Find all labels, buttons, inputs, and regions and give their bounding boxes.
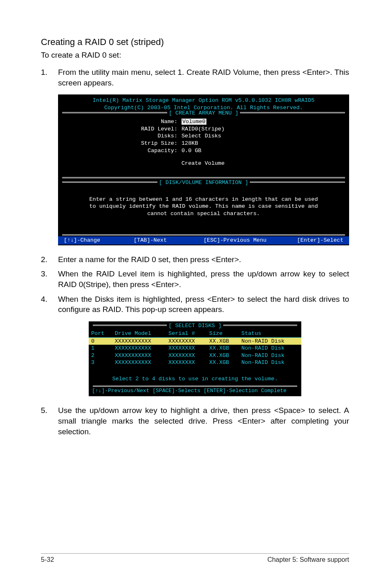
step-5: 5. Use the up/down arrow key to highligh… — [41, 405, 349, 437]
cell-size: XX.XGB — [207, 345, 239, 352]
cell-status: Non-RAID Disk — [239, 352, 301, 359]
cell-size: XX.XGB — [207, 337, 239, 345]
step-text: When the Disks item is highlighted, pres… — [58, 294, 349, 315]
table-header-row: Port Drive Model Serial # Size Status — [89, 330, 301, 337]
table-row[interactable]: 3XXXXXXXXXXXXXXXXXXXXX.XGBNon-RAID Disk — [89, 359, 301, 366]
step-text: Enter a name for the RAID 0 set, then pr… — [58, 254, 349, 265]
create-volume-label: Create Volume — [182, 160, 349, 167]
capacity-value: 0.0 GB — [182, 147, 349, 155]
disks-label: Disks: — [58, 132, 182, 140]
page-number: 5-32 — [41, 556, 54, 563]
cell-status: Non-RAID Disk — [239, 337, 301, 345]
step-text: When the RAID Level item is highlighted,… — [58, 269, 349, 290]
footer-change: [↑↓]-Change — [64, 237, 134, 244]
step-3: 3. When the RAID Level item is highlight… — [41, 269, 349, 290]
table-row[interactable]: 0XXXXXXXXXXXXXXXXXXXXX.XGBNon-RAID Disk — [89, 337, 301, 345]
cell-serial: XXXXXXXX — [166, 359, 207, 366]
section-rule-end — [93, 386, 297, 387]
col-serial: Serial # — [166, 330, 207, 337]
step-text: Use the up/down arrow key to highlight a… — [58, 405, 349, 437]
step-text: From the utility main menu, select 1. Cr… — [58, 67, 349, 88]
cell-model: XXXXXXXXXXX — [112, 345, 166, 352]
cell-serial: XXXXXXXX — [166, 337, 207, 345]
step-number: 2. — [41, 254, 58, 265]
cell-serial: XXXXXXXX — [166, 345, 207, 352]
field-capacity[interactable]: Capacity: 0.0 GB — [58, 147, 349, 155]
step-number: 5. — [41, 405, 58, 437]
cell-port: 3 — [89, 359, 112, 366]
step-number: 1. — [41, 67, 58, 88]
raid-level-label: RAID Level: — [58, 126, 182, 133]
bios-title-line1: Intel(R) Matrix Storage Manager Option R… — [58, 97, 349, 104]
cell-port: 0 — [89, 337, 112, 345]
cell-model: XXXXXXXXXXX — [112, 352, 166, 359]
cell-model: XXXXXXXXXXX — [112, 359, 166, 366]
disks-table: Port Drive Model Serial # Size Status 0X… — [89, 330, 301, 366]
create-array-menu-label: [ CREATE ARRAY MENU ] — [167, 110, 240, 116]
footer-prev-menu: [ESC]-Previous Menu — [204, 237, 273, 244]
hint-line-2: to uniquely identify the RAID volume. Th… — [58, 203, 349, 210]
section-subheading: To create a RAID 0 set: — [41, 51, 349, 60]
capacity-label: Capacity: — [58, 147, 182, 155]
select-disks-hint: Select 2 to 4 disks to use in creating t… — [89, 375, 301, 383]
cell-status: Non-RAID Disk — [239, 359, 301, 366]
section-heading: Creating a RAID 0 set (striped) — [41, 37, 349, 47]
section-rule: [ CREATE ARRAY MENU ] — [62, 112, 345, 113]
chapter-label: Chapter 5: Software support — [267, 556, 349, 563]
hint-line-3: cannot contain special characters. — [58, 210, 349, 218]
cell-serial: XXXXXXXX — [166, 352, 207, 359]
bios-select-disks-screen: [ SELECT DISKS ] Port Drive Model Serial… — [89, 321, 301, 396]
step-number: 4. — [41, 294, 58, 315]
section-rule: [ SELECT DISKS ] — [93, 325, 297, 326]
col-status: Status — [239, 330, 301, 337]
step-number: 3. — [41, 269, 58, 290]
step-1: 1. From the utility main menu, select 1.… — [41, 67, 349, 88]
select-disks-footer: [↑↓]-Previous/Next [SPACE]-Selects [ENTE… — [89, 388, 301, 395]
col-port: Port — [89, 330, 112, 337]
cell-status: Non-RAID Disk — [239, 345, 301, 352]
name-value[interactable]: Volume0 — [182, 119, 206, 125]
bios-footer-bar: [↑↓]-Change [TAB]-Next [ESC]-Previous Me… — [58, 236, 349, 245]
footer-next: [TAB]-Next — [134, 237, 204, 244]
strip-size-label: Strip Size: — [58, 140, 182, 147]
select-disks-label: [ SELECT DISKS ] — [167, 323, 223, 329]
section-rule-end — [62, 234, 345, 236]
field-disks[interactable]: Disks: Select Disks — [58, 132, 349, 140]
disks-value: Select Disks — [182, 132, 349, 140]
section-rule-2: [ DISK/VOLUME INFORMATION ] — [62, 182, 345, 183]
cell-size: XX.XGB — [207, 359, 239, 366]
table-row[interactable]: 1XXXXXXXXXXXXXXXXXXXXX.XGBNon-RAID Disk — [89, 345, 301, 352]
bios-create-array-screen: Intel(R) Matrix Storage Manager Option R… — [58, 94, 349, 245]
cell-port: 1 — [89, 345, 112, 352]
footer-select: [Enter]-Select — [273, 237, 343, 244]
step-4: 4. When the Disks item is highlighted, p… — [41, 294, 349, 315]
cell-model: XXXXXXXXXXX — [112, 337, 166, 345]
cell-size: XX.XGB — [207, 352, 239, 359]
page-footer: 5-32 Chapter 5: Software support — [41, 553, 349, 563]
field-name[interactable]: Name: Volume0 — [58, 118, 349, 126]
col-model: Drive Model — [112, 330, 166, 337]
raid-level-value: RAID0(Stripe) — [182, 126, 349, 133]
step-2: 2. Enter a name for the RAID 0 set, then… — [41, 254, 349, 265]
strip-size-value: 128KB — [182, 140, 349, 147]
cell-port: 2 — [89, 352, 112, 359]
hint-line-1: Enter a string between 1 and 16 characte… — [58, 196, 349, 203]
disk-volume-info-label: [ DISK/VOLUME INFORMATION ] — [157, 180, 250, 186]
create-volume-action[interactable]: Create Volume — [58, 160, 349, 167]
field-raid-level[interactable]: RAID Level: RAID0(Stripe) — [58, 126, 349, 133]
field-strip-size[interactable]: Strip Size: 128KB — [58, 140, 349, 147]
name-label: Name: — [58, 118, 182, 126]
table-row[interactable]: 2XXXXXXXXXXXXXXXXXXXXX.XGBNon-RAID Disk — [89, 352, 301, 359]
section-rule-bottom — [62, 177, 345, 178]
col-size: Size — [207, 330, 239, 337]
